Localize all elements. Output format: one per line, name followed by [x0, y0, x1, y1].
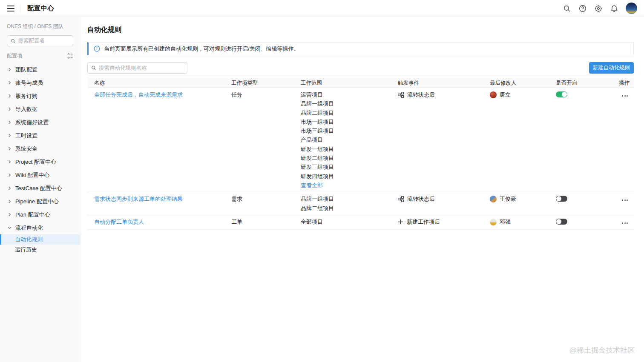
- breadcrumb: ONES 组织 / ONES 团队: [0, 23, 80, 30]
- item-type: 需求: [231, 194, 301, 203]
- chevron-right-icon: [8, 147, 12, 151]
- modifier-avatar: [490, 196, 497, 202]
- create-rule-button[interactable]: 新建自动化规则: [589, 62, 634, 74]
- chevron-right-icon: [8, 134, 12, 137]
- sidebar-item-automation-rules[interactable]: 自动化规则: [0, 234, 80, 245]
- more-actions-icon[interactable]: [622, 219, 628, 224]
- sidebar-item-project-config[interactable]: Project 配置中心: [0, 155, 80, 168]
- workflow-icon: [398, 90, 404, 99]
- rule-name-link[interactable]: 自动分配工单负责人: [94, 219, 144, 225]
- sidebar-search[interactable]: [7, 35, 73, 46]
- config-section-label: 配置项: [7, 52, 22, 60]
- watermark: @稀土掘金技术社区: [569, 345, 635, 355]
- trigger-label: 新建工作项后: [407, 217, 440, 226]
- menu-icon[interactable]: [7, 6, 14, 11]
- bell-icon[interactable]: [610, 4, 618, 12]
- sidebar-item-service-subscription[interactable]: 服务订购: [0, 89, 80, 103]
- table-row: 需求状态同步到来源工单的处理结果 需求 品牌一组项目 品牌二组项目 流转状态后 …: [87, 192, 634, 215]
- table-row: 全部任务完成后，自动完成来源需求 任务 运营项目 品牌一组项目 品牌二组项目 市…: [87, 88, 634, 192]
- sidebar-item-run-history[interactable]: 运行历史: [0, 245, 80, 255]
- chevron-right-icon: [8, 213, 12, 217]
- help-icon[interactable]: [578, 4, 586, 12]
- search-icon: [11, 38, 15, 44]
- modifier-avatar: [490, 91, 497, 98]
- sidebar-item-team-config[interactable]: 团队配置: [0, 63, 80, 76]
- col-name: 名称: [87, 80, 231, 87]
- search-icon[interactable]: [563, 4, 571, 12]
- trigger-label: 流转状态后: [407, 90, 435, 99]
- chevron-right-icon: [8, 186, 12, 190]
- enable-toggle[interactable]: [556, 219, 567, 225]
- chevron-right-icon: [8, 160, 12, 164]
- rule-name-link[interactable]: 全部任务完成后，自动完成来源需求: [94, 91, 183, 98]
- chevron-right-icon: [8, 200, 12, 203]
- view-all-link[interactable]: 查看全部: [301, 181, 398, 190]
- col-modifier: 最后修改人: [490, 80, 556, 87]
- scope-list: 运营项目 品牌一组项目 品牌二组项目 市场一组项目 市场三组项目 产品项目 研发…: [301, 90, 398, 190]
- col-scope: 工作范围: [301, 80, 398, 87]
- gear-icon[interactable]: [594, 4, 602, 12]
- page-title: 自动化规则: [87, 26, 634, 34]
- chevron-right-icon: [8, 94, 12, 98]
- modifier-name: 王俊豪: [500, 194, 516, 203]
- col-item-type: 工作项类型: [231, 80, 301, 87]
- info-banner: 当前页面展示所有已创建的自动化规则，可对规则进行开启/关闭、编辑等操作。: [87, 42, 634, 55]
- col-enabled: 是否开启: [556, 80, 617, 87]
- chevron-right-icon: [8, 107, 12, 111]
- col-trigger: 触发事件: [398, 80, 490, 87]
- user-avatar[interactable]: [626, 3, 637, 14]
- info-icon: [94, 46, 100, 52]
- scope-list: 品牌一组项目 品牌二组项目: [301, 194, 398, 213]
- sidebar-item-wiki-config[interactable]: Wiki 配置中心: [0, 168, 80, 182]
- more-actions-icon[interactable]: [622, 91, 628, 97]
- modifier-name: 邓强: [500, 217, 511, 226]
- scope-list: 全部项目: [301, 217, 398, 226]
- sidebar-item-worktime-settings[interactable]: 工时设置: [0, 129, 80, 142]
- plus-icon: [398, 217, 403, 226]
- header-divider: [20, 4, 20, 13]
- rule-search[interactable]: [87, 62, 187, 74]
- table-row: 自动分配工单负责人 工单 全部项目 新建工作项后 邓强: [87, 215, 634, 230]
- chevron-right-icon: [8, 68, 12, 71]
- chevron-right-icon: [8, 120, 12, 124]
- sidebar-item-plan-config[interactable]: Plan 配置中心: [0, 208, 80, 221]
- trigger-label: 流转状态后: [407, 194, 435, 203]
- modifier-name: 唐立: [500, 90, 511, 99]
- main-content: 自动化规则 当前页面展示所有已创建的自动化规则，可对规则进行开启/关闭、编辑等操…: [80, 17, 644, 362]
- enable-toggle[interactable]: [556, 91, 567, 97]
- item-type: 任务: [231, 90, 301, 99]
- sidebar: ONES 组织 / ONES 团队 配置项 团队配置 账号与成员 服务订购 导入…: [0, 17, 80, 362]
- search-icon: [91, 65, 96, 71]
- app-title: 配置中心: [27, 4, 55, 12]
- sidebar-search-input[interactable]: [18, 38, 69, 44]
- enable-toggle[interactable]: [556, 196, 567, 202]
- more-actions-icon[interactable]: [622, 196, 628, 201]
- sidebar-item-pipeline-config[interactable]: Pipeline 配置中心: [0, 195, 80, 208]
- collapse-all-icon[interactable]: [67, 53, 73, 59]
- chevron-right-icon: [8, 81, 12, 85]
- info-banner-text: 当前页面展示所有已创建的自动化规则，可对规则进行开启/关闭、编辑等操作。: [104, 45, 299, 53]
- sidebar-item-system-security[interactable]: 系统安全: [0, 142, 80, 155]
- sidebar-item-accounts-members[interactable]: 账号与成员: [0, 76, 80, 89]
- table-header: 名称 工作项类型 工作范围 触发事件 最后修改人 是否开启 操作: [87, 78, 634, 88]
- sidebar-item-system-preferences[interactable]: 系统偏好设置: [0, 116, 80, 129]
- chevron-right-icon: [8, 173, 12, 177]
- sidebar-item-import-data[interactable]: 导入数据: [0, 103, 80, 116]
- item-type: 工单: [231, 217, 301, 226]
- chevron-down-icon: [8, 226, 12, 230]
- top-header: 配置中心: [0, 0, 644, 17]
- sidebar-item-testcase-config[interactable]: TestCase 配置中心: [0, 182, 80, 195]
- rules-table: 名称 工作项类型 工作范围 触发事件 最后修改人 是否开启 操作 全部任务完成后…: [87, 78, 634, 230]
- workflow-icon: [398, 194, 404, 203]
- rule-search-input[interactable]: [99, 65, 184, 71]
- rule-name-link[interactable]: 需求状态同步到来源工单的处理结果: [94, 196, 183, 202]
- sidebar-item-process-automation[interactable]: 流程自动化: [0, 221, 80, 234]
- col-actions: 操作: [617, 80, 634, 87]
- modifier-avatar: [490, 219, 497, 225]
- sidebar-nav: 团队配置 账号与成员 服务订购 导入数据 系统偏好设置 工时设置 系统安全 Pr…: [0, 63, 80, 255]
